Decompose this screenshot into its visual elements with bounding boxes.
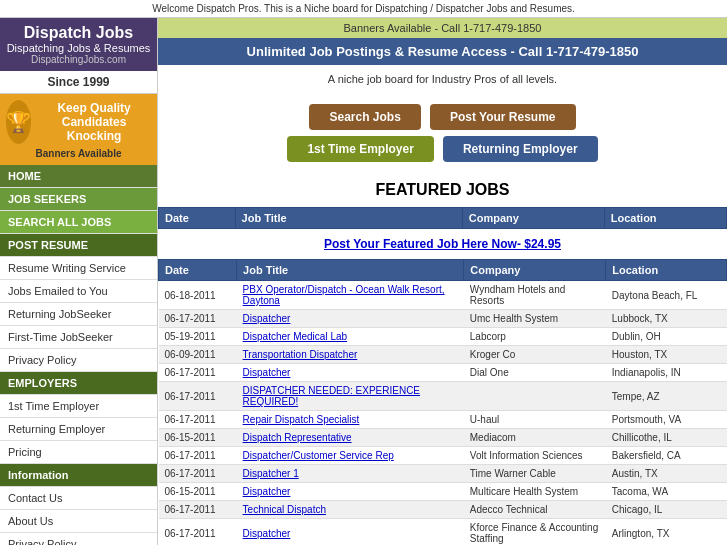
top-bar: Welcome Dispatch Pros. This is a Niche b… bbox=[0, 0, 727, 18]
table-row: 06-17-2011 Dispatcher 1 Time Warner Cabl… bbox=[159, 465, 727, 483]
table-row: 06-17-2011 Dispatcher Dial One Indianapo… bbox=[159, 364, 727, 382]
sidebar-item-about-us[interactable]: About Us bbox=[0, 510, 157, 533]
job-title[interactable]: Dispatcher bbox=[237, 519, 464, 546]
job-location: Austin, TX bbox=[606, 465, 727, 483]
job-company: U-haul bbox=[464, 411, 606, 429]
main-content: Banners Available - Call 1-717-479-1850 … bbox=[158, 18, 727, 545]
sidebar-item-pricing[interactable]: Pricing bbox=[0, 441, 157, 464]
jobs-table-title-header: Job Title bbox=[237, 260, 464, 281]
table-row: 06-17-2011 Technical Dispatch Adecco Tec… bbox=[159, 501, 727, 519]
job-location: Daytona Beach, FL bbox=[606, 281, 727, 310]
col-location: Location bbox=[604, 208, 726, 229]
job-date: 06-17-2011 bbox=[159, 447, 237, 465]
job-date: 06-09-2011 bbox=[159, 346, 237, 364]
jobs-table-location-header: Location bbox=[606, 260, 727, 281]
job-date: 05-19-2011 bbox=[159, 328, 237, 346]
job-company: Time Warner Cable bbox=[464, 465, 606, 483]
job-location: Arlington, TX bbox=[606, 519, 727, 546]
job-date: 06-17-2011 bbox=[159, 501, 237, 519]
table-row: 05-19-2011 Dispatcher Medical Lab Labcor… bbox=[159, 328, 727, 346]
job-company: Volt Information Sciences bbox=[464, 447, 606, 465]
jobs-table-date-header: Date bbox=[159, 260, 237, 281]
jobs-table: Date Job Title Company Location 06-18-20… bbox=[158, 259, 727, 545]
job-company: Dial One bbox=[464, 364, 606, 382]
col-date: Date bbox=[159, 208, 236, 229]
sidebar-item-returning-jobseeker[interactable]: Returning JobSeeker bbox=[0, 303, 157, 326]
job-title[interactable]: DISPATCHER NEEDED: EXPERIENCE REQUIRED! bbox=[237, 382, 464, 411]
unlimited-bar: Unlimited Job Postings & Resume Access -… bbox=[158, 38, 727, 65]
sidebar-item-firsttime-jobseeker[interactable]: First-Time JobSeeker bbox=[0, 326, 157, 349]
job-company: Wyndham Hotels and Resorts bbox=[464, 281, 606, 310]
search-jobs-button[interactable]: Search Jobs bbox=[309, 104, 420, 130]
post-featured-link[interactable]: Post Your Featured Job Here Now- $24.95 bbox=[324, 237, 561, 251]
sidebar-item-resume-writing[interactable]: Resume Writing Service bbox=[0, 257, 157, 280]
sidebar-item-search-all-jobs[interactable]: SEARCH ALL JOBS bbox=[0, 211, 157, 234]
sidebar-item-employers[interactable]: EMPLOYERS bbox=[0, 372, 157, 395]
job-location: Portsmouth, VA bbox=[606, 411, 727, 429]
returning-employer-button[interactable]: Returning Employer bbox=[443, 136, 598, 162]
post-featured-job[interactable]: Post Your Featured Job Here Now- $24.95 bbox=[158, 229, 727, 259]
job-date: 06-17-2011 bbox=[159, 310, 237, 328]
job-title[interactable]: Technical Dispatch bbox=[237, 501, 464, 519]
job-date: 06-17-2011 bbox=[159, 411, 237, 429]
post-resume-button[interactable]: Post Your Resume bbox=[430, 104, 576, 130]
job-location: Dublin, OH bbox=[606, 328, 727, 346]
sidebar-item-job-seekers[interactable]: JOB SEEKERS bbox=[0, 188, 157, 211]
col-job-title: Job Title bbox=[235, 208, 462, 229]
job-company: Adecco Technical bbox=[464, 501, 606, 519]
niche-text: A niche job board for Industry Pros of a… bbox=[158, 65, 727, 93]
sidebar-since: Since 1999 bbox=[0, 71, 157, 94]
sidebar-banner: 🏆 Keep Quality Candidates Knocking Banne… bbox=[0, 94, 157, 165]
banners-available: Banners Available bbox=[6, 148, 151, 159]
job-date: 06-17-2011 bbox=[159, 519, 237, 546]
job-company: Labcorp bbox=[464, 328, 606, 346]
col-company: Company bbox=[462, 208, 604, 229]
sidebar-item-home[interactable]: HOME bbox=[0, 165, 157, 188]
job-location: Tacoma, WA bbox=[606, 483, 727, 501]
job-location: Bakersfield, CA bbox=[606, 447, 727, 465]
table-row: 06-17-2011 Dispatcher Kforce Finance & A… bbox=[159, 519, 727, 546]
job-date: 06-18-2011 bbox=[159, 281, 237, 310]
job-title[interactable]: Dispatch Representative bbox=[237, 429, 464, 447]
sidebar-item-privacy-policy-1[interactable]: Privacy Policy bbox=[0, 349, 157, 372]
job-company: Mediacom bbox=[464, 429, 606, 447]
job-title[interactable]: Transportation Dispatcher bbox=[237, 346, 464, 364]
sidebar-item-jobs-emailed[interactable]: Jobs Emailed to You bbox=[0, 280, 157, 303]
job-title[interactable]: PBX Operator/Dispatch - Ocean Walk Resor… bbox=[237, 281, 464, 310]
job-location: Indianapolis, IN bbox=[606, 364, 727, 382]
banner-text: Keep Quality Candidates Knocking bbox=[37, 101, 151, 143]
table-row: 06-09-2011 Transportation Dispatcher Kro… bbox=[159, 346, 727, 364]
job-date: 06-15-2011 bbox=[159, 483, 237, 501]
job-title[interactable]: Dispatcher 1 bbox=[237, 465, 464, 483]
featured-jobs-header: FEATURED JOBS bbox=[158, 173, 727, 207]
sidebar-item-privacy-policy-2[interactable]: Privacy Policy bbox=[0, 533, 157, 545]
job-title[interactable]: Dispatcher bbox=[237, 310, 464, 328]
sidebar-item-contact-us[interactable]: Contact Us bbox=[0, 487, 157, 510]
banner-strip: Banners Available - Call 1-717-479-1850 bbox=[158, 18, 727, 38]
table-row: 06-17-2011 Dispatcher Umc Health System … bbox=[159, 310, 727, 328]
job-company bbox=[464, 382, 606, 411]
job-title[interactable]: Dispatcher Medical Lab bbox=[237, 328, 464, 346]
1st-time-employer-button[interactable]: 1st Time Employer bbox=[287, 136, 434, 162]
logo-subtitle: Dispatching Jobs & Resumes bbox=[4, 42, 153, 54]
sidebar: Dispatch Jobs Dispatching Jobs & Resumes… bbox=[0, 18, 158, 545]
job-title[interactable]: Dispatcher bbox=[237, 364, 464, 382]
job-title[interactable]: Repair Dispatch Specialist bbox=[237, 411, 464, 429]
job-company: Multicare Health System bbox=[464, 483, 606, 501]
job-title[interactable]: Dispatcher/Customer Service Rep bbox=[237, 447, 464, 465]
job-date: 06-17-2011 bbox=[159, 465, 237, 483]
table-row: 06-17-2011 Dispatcher/Customer Service R… bbox=[159, 447, 727, 465]
job-company: Umc Health System bbox=[464, 310, 606, 328]
sidebar-item-post-resume[interactable]: POST RESUME bbox=[0, 234, 157, 257]
table-row: 06-17-2011 Repair Dispatch Specialist U-… bbox=[159, 411, 727, 429]
table-row: 06-17-2011 DISPATCHER NEEDED: EXPERIENCE… bbox=[159, 382, 727, 411]
sidebar-item-information[interactable]: Information bbox=[0, 464, 157, 487]
sidebar-logo: Dispatch Jobs Dispatching Jobs & Resumes… bbox=[0, 18, 157, 71]
jobs-table-company-header: Company bbox=[464, 260, 606, 281]
logo-url: DispatchingJobs.com bbox=[4, 54, 153, 65]
job-title[interactable]: Dispatcher bbox=[237, 483, 464, 501]
sidebar-item-1st-time-employer[interactable]: 1st Time Employer bbox=[0, 395, 157, 418]
table-row: 06-18-2011 PBX Operator/Dispatch - Ocean… bbox=[159, 281, 727, 310]
sidebar-item-returning-employer[interactable]: Returning Employer bbox=[0, 418, 157, 441]
table-row: 06-15-2011 Dispatch Representative Media… bbox=[159, 429, 727, 447]
